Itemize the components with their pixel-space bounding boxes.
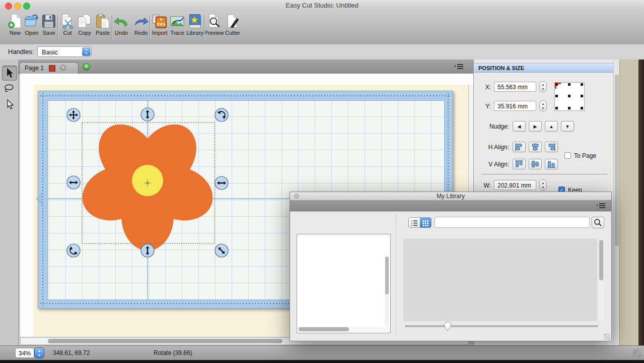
handle-rotate-bottom-left[interactable] [67,244,80,257]
preview-icon [206,13,222,29]
window-titlebar: Easy Cut Studio: Untitled [0,0,644,12]
library-search-button[interactable] [592,217,604,228]
trace-icon [169,13,185,29]
handle-move[interactable] [67,108,80,122]
tool-lasso-icon [3,83,15,95]
toolbar-separator [112,15,112,40]
cutter-button[interactable]: Cutter [223,13,243,36]
page-color-swatch[interactable] [49,65,55,72]
svg-text:SVG: SVG [157,22,166,27]
import-button[interactable]: SVGImport [150,13,170,36]
undo-button[interactable]: Undo [111,13,131,36]
desktop-background-sliver [638,59,644,345]
thumbnail-size-slider[interactable] [405,325,598,327]
handles-select[interactable]: Basic ▴▾ [37,46,92,57]
align-left-button[interactable] [513,142,526,152]
tool-node-select[interactable] [2,98,16,112]
close-page-icon[interactable]: ✕ [60,65,66,71]
x-label: X: [474,84,491,91]
trace-button-label: Trace [167,30,187,36]
h-align-label: H Align: [474,144,509,151]
save-button[interactable]: Save [39,13,59,36]
trace-button[interactable]: Trace [167,13,187,36]
panel-divider [481,174,607,174]
w-label: W: [474,182,491,189]
handle-rotate-top-right[interactable] [215,108,228,122]
redo-button-label: Redo [131,30,151,36]
x-stepper[interactable]: ▲▼ [539,81,547,92]
x-field[interactable]: 55.563 mm [494,82,536,92]
handles-label: Handles: [8,48,34,55]
add-page-button[interactable]: + [83,63,90,71]
window-resize-grip[interactable] [633,349,641,357]
toolbar-separator [57,15,58,40]
width-field[interactable]: 202.801 mm [494,180,536,190]
zoom-stepper[interactable]: ▲▼ [34,347,44,358]
library-titlebar[interactable]: My Library [290,192,611,201]
nudge-up-button[interactable]: ▲ [545,121,558,132]
handle-resize-horizontal-right[interactable] [215,176,228,190]
cutter-icon [225,13,241,29]
library-button-label: Library [185,30,205,36]
handle-resize-diagonal[interactable] [215,244,228,257]
page-tab[interactable]: Page 1 ✕ [19,62,79,74]
preview-button-label: Preview [204,30,224,36]
tool-select-icon [4,67,16,79]
library-search-input[interactable] [435,217,590,228]
tool-select[interactable] [2,66,17,81]
handles-bar: Handles: Basic ▴▾ [0,44,644,60]
easy-cut-studio-window: Easy Cut Studio: Untitled NewOpenSaveCut… [0,0,644,363]
nudge-right-button[interactable]: ▶ [529,121,542,132]
tabbar-menu-icon[interactable] [453,63,464,70]
status-bar: 34% ▲▼ 348.61, 69.72 Rotate (39.66) [0,345,644,360]
nudge-down-button[interactable]: ▼ [561,121,574,132]
align-middle-v-button[interactable] [529,159,542,169]
folder-list-scrollbar[interactable] [385,256,389,326]
anchor-point-selector[interactable] [554,82,585,111]
tool-node-select-icon [3,99,15,111]
shape-grid-viewport [403,238,597,321]
panel-title: POSITION & SIZE [474,63,613,73]
save-button-label: Save [39,30,59,36]
handles-select-stepper-icon: ▴▾ [82,47,91,56]
copy-button[interactable]: Copy [75,13,95,36]
mat-feed-arrow-icon [36,192,42,206]
nudge-left-button[interactable]: ◀ [513,121,526,132]
redo-button[interactable]: Redo [131,13,151,36]
folder-list-hscrollbar[interactable] [298,327,390,332]
library-resize-grip[interactable] [604,334,610,340]
align-center-h-button[interactable] [529,142,542,152]
tool-lasso[interactable] [2,82,16,96]
to-page-label: To Page [574,152,596,159]
thumbnail-size-slider-thumb[interactable] [444,321,452,331]
list-view-button[interactable] [409,218,420,227]
preview-button[interactable]: Preview [204,13,224,36]
y-field[interactable]: 35.916 mm [494,101,536,111]
handle-resize-vertical-top[interactable] [141,108,154,121]
align-top-button[interactable] [513,159,526,169]
shape-grid-scrollbar[interactable] [599,238,604,321]
cursor-coordinates: 348.61, 69.72 [53,349,90,356]
panel-scrollbar-thumb[interactable] [615,75,619,246]
canvas-hscroll-thumb[interactable] [48,339,282,343]
library-menu-icon[interactable] [595,202,606,209]
handle-resize-vertical-bottom[interactable] [141,244,154,257]
view-mode-toggle [408,217,432,228]
tools-sidebar [0,59,19,345]
window-title: Easy Cut Studio: Untitled [0,2,644,9]
cut-icon [59,13,76,29]
handle-resize-horizontal-left[interactable] [67,176,80,189]
align-bottom-button[interactable] [545,159,558,169]
y-stepper[interactable]: ▲▼ [539,100,547,111]
library-button[interactable]: Library [185,13,205,36]
width-stepper[interactable]: ▲▼ [539,179,547,191]
copy-icon [77,13,93,29]
to-page-checkbox[interactable] [564,152,571,159]
zoom-level-field[interactable]: 34% [15,348,34,358]
open-folder-icon [24,13,40,29]
toolbar-separator [150,15,150,40]
align-right-button[interactable] [545,142,558,152]
grid-view-button[interactable] [420,218,431,227]
paste-button[interactable]: Paste [93,13,113,36]
cutter-button-label: Cutter [223,30,243,36]
